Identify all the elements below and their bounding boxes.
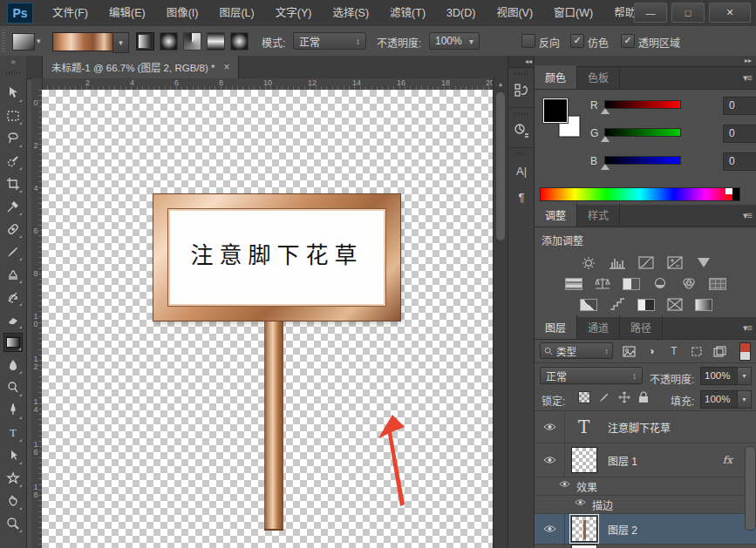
menu-window[interactable]: 窗口(W) [543,1,603,26]
close-button[interactable]: ✕ [709,3,751,23]
menu-view[interactable]: 视图(V) [486,1,543,26]
layer-row-background[interactable]: 背景 [535,545,756,548]
diamond-gradient-button[interactable] [230,32,249,51]
history-brush-tool[interactable] [3,288,23,307]
filter-smart-objects-icon[interactable] [711,343,728,359]
layer-row-text[interactable]: T 注意脚下花草 [535,411,756,443]
layer-thumbnail[interactable] [571,545,597,548]
document-tab[interactable]: 未标题-1 @ 66.7% (图层 2, RGB/8) * × [42,56,239,78]
layer-filter-type-select[interactable]: 类型 ↕ [540,342,613,359]
linear-gradient-button[interactable] [136,32,154,51]
green-slider[interactable] [604,128,681,137]
visibility-eye-empty[interactable] [535,545,565,548]
panel-menu-icon[interactable]: ▾≡ [743,322,752,334]
lasso-tool[interactable] [3,129,23,148]
canvas-vertical-scrollbar[interactable]: ▴ [493,78,507,548]
filter-shape-layers-icon[interactable] [688,343,705,359]
tool-preset-icon[interactable] [12,33,35,51]
toolbar-collapse-icon[interactable]: » [0,58,26,66]
stroke-effect-label[interactable]: 描边 [592,497,613,512]
character-panel-icon[interactable]: A| [511,160,532,181]
gradient-preview[interactable] [52,32,113,51]
threshold-icon[interactable] [636,297,657,312]
menu-image[interactable]: 图像(I) [156,1,209,26]
reflected-gradient-button[interactable] [207,32,225,51]
menu-edit[interactable]: 编辑(E) [99,1,156,26]
layer-name[interactable]: 图层 2 [608,522,637,537]
scroll-up-icon[interactable]: ▴ [494,78,507,90]
posterize-icon[interactable] [607,297,628,312]
text-layer-thumbnail[interactable]: T [578,416,589,437]
hand-tool[interactable] [3,491,23,511]
tab-close-icon[interactable]: × [223,61,229,73]
blue-slider[interactable] [604,156,681,165]
gradient-picker-dropdown-icon[interactable]: ▾ [112,32,129,53]
green-slider-thumb[interactable] [601,136,610,142]
custom-shape-tool[interactable] [3,469,23,488]
menu-3d[interactable]: 3D(D) [436,1,486,26]
clone-stamp-tool[interactable] [3,265,23,284]
type-tool[interactable]: T [3,423,23,443]
menu-layer[interactable]: 图层(L) [208,1,264,26]
tab-styles[interactable]: 样式 [577,203,620,227]
layer-opacity-field[interactable]: 100% [700,367,740,385]
opacity-select[interactable]: 100% ▾ [429,32,480,50]
tab-layers[interactable]: 图层 [535,315,577,339]
restore-button[interactable]: □ [671,3,705,23]
brightness-contrast-icon[interactable] [578,255,599,270]
curves-icon[interactable] [636,255,657,270]
exposure-icon[interactable] [664,255,685,270]
blur-tool[interactable] [3,355,23,375]
menu-type[interactable]: 文字(Y) [265,1,323,26]
layer-name[interactable]: 图层 1 [608,453,637,468]
tab-swatches[interactable]: 色板 [577,65,620,89]
filter-adjustment-layers-icon[interactable]: ◑ [643,343,660,359]
canvas[interactable]: 注意脚下花草 [42,90,493,548]
gradient-map-icon[interactable] [693,297,714,312]
dropdown-icon[interactable]: ▾ [737,390,752,409]
red-value-field[interactable]: 0 [723,97,756,115]
tab-paths[interactable]: 路径 [620,315,663,339]
rectangular-marquee-tool[interactable] [3,106,23,125]
fill-field[interactable]: 100% [700,390,740,409]
tab-channels[interactable]: 通道 [577,315,620,339]
spot-healing-brush-tool[interactable] [3,220,23,239]
scrollbar-thumb[interactable] [496,92,505,240]
angle-gradient-button[interactable] [183,32,201,51]
quick-selection-tool[interactable] [3,152,23,171]
selective-color-icon[interactable] [664,297,685,312]
red-slider-thumb[interactable] [601,108,610,114]
color-spectrum-ramp[interactable] [540,187,740,201]
levels-icon[interactable] [607,255,628,270]
effects-group-row[interactable]: 效果 [535,477,756,496]
channel-mixer-icon[interactable] [678,276,699,291]
zoom-tool[interactable] [3,514,23,533]
menu-filter[interactable]: 滤镜(T) [379,1,436,26]
hue-saturation-icon[interactable] [563,276,584,291]
foreground-color-swatch[interactable] [543,98,568,123]
black-white-icon[interactable] [621,276,642,291]
layer-row-layer2-selected[interactable]: 图层 2 [535,514,756,545]
photo-filter-icon[interactable] [650,276,671,291]
stroke-effect-row[interactable]: 描边 [535,496,756,514]
lock-all-icon[interactable] [638,391,649,403]
layer-filter-switch[interactable] [739,342,751,361]
lock-image-pixels-icon[interactable] [598,391,610,403]
color-lookup-icon[interactable] [707,276,728,291]
radial-gradient-button[interactable] [160,32,178,51]
layer-list-scrollbar[interactable] [745,446,756,531]
red-slider[interactable] [604,100,681,109]
panel-menu-icon[interactable]: ▾≡ [743,72,752,84]
gradient-tool[interactable] [3,333,23,352]
color-balance-icon[interactable] [592,276,613,291]
dropdown-icon[interactable]: ▾ [737,367,752,385]
path-selection-tool[interactable] [3,446,23,465]
tab-color[interactable]: 颜色 [535,65,577,89]
blend-mode-select[interactable]: 正常 ↕ [293,32,366,50]
reverse-checkbox[interactable] [521,34,535,48]
filter-pixel-layers-icon[interactable] [620,343,637,359]
effects-label[interactable]: 效果 [576,479,597,494]
visibility-eye-icon[interactable] [535,411,565,443]
transparency-checkbox[interactable]: ✓ [621,34,635,48]
eyedropper-tool[interactable] [3,197,23,216]
